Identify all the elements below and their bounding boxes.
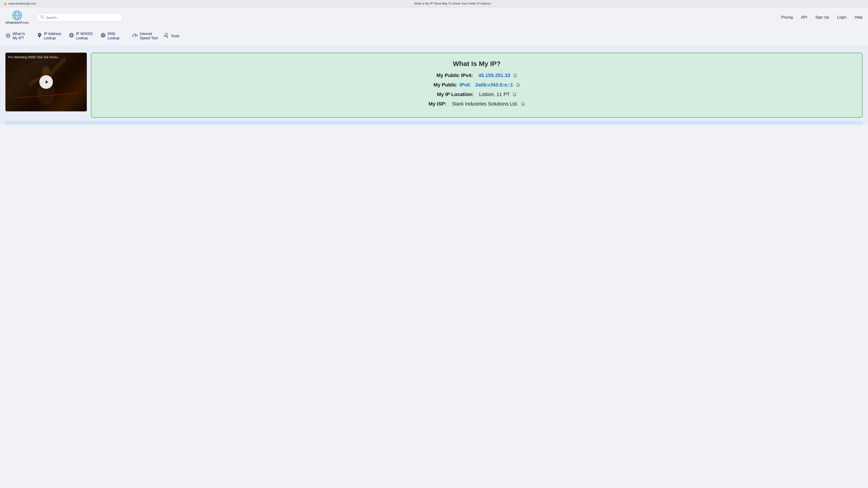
ipv6-value[interactable]: 2a0b:cf43:0:e::1: [475, 82, 513, 88]
ipv4-value[interactable]: 45.159.251.33: [478, 72, 510, 78]
ipv6-copy-icon[interactable]: [516, 83, 520, 88]
search-bar[interactable]: [37, 13, 123, 22]
logo-text: WhatIsMyIP.com: [5, 21, 29, 24]
site-header: WhatIsMyIP.com Pricing API Sign Up Login…: [0, 7, 868, 28]
nav2-internet-speed-test-label: InternetSpeed Test: [140, 32, 158, 40]
bottom-blue-bar: [5, 121, 863, 125]
logo-globe-icon: [12, 10, 22, 20]
speedometer-icon: [132, 33, 138, 39]
location-label: My IP Location:: [437, 92, 473, 97]
nav2-dns-lookup-label: DNSLookup: [107, 32, 120, 40]
nav2-tools[interactable]: Tools: [164, 31, 195, 41]
svg-rect-37: [513, 93, 515, 95]
nav2-ip-address-lookup-label: IP AddressLookup: [44, 32, 61, 40]
svg-line-7: [43, 18, 44, 19]
ipv6-row: My Public IPv6: 2a0b:cf43:0:e::1: [98, 82, 855, 88]
api-nav-item[interactable]: API: [801, 15, 807, 20]
location-pin-icon: [37, 33, 42, 39]
svg-point-10: [39, 34, 40, 35]
ipv4-label: My Public IPv4:: [436, 72, 473, 78]
play-icon: [44, 79, 49, 85]
ip-info-title: What Is My IP?: [98, 60, 855, 68]
signup-nav-item[interactable]: Sign Up: [815, 15, 829, 20]
svg-marker-31: [46, 80, 49, 84]
logo-area[interactable]: WhatIsMyIP.com: [5, 10, 29, 24]
nav2-internet-speed-test[interactable]: InternetSpeed Test: [132, 30, 164, 42]
browser-bar: 🔒 www.whatismyip.com What Is My IP? Best…: [0, 0, 868, 7]
globe-icon: [69, 33, 74, 39]
page-title: What Is My IP? Best Way To Check Your Pu…: [41, 2, 864, 5]
nav2-ip-address-lookup[interactable]: IP AddressLookup: [37, 30, 69, 42]
pricing-nav-item[interactable]: Pricing: [781, 15, 793, 20]
ipv4-row: My Public IPv4: 45.159.251.33: [98, 72, 855, 78]
search-input[interactable]: [46, 15, 119, 20]
url-text: www.whatismyip.com: [8, 2, 36, 5]
ip-info-box: What Is My IP? My Public IPv4: 45.159.25…: [91, 53, 863, 118]
isp-value: Stark Industries Solutions Ltd.: [452, 101, 518, 107]
isp-row: My ISP: Stark Industries Solutions Ltd.: [98, 101, 855, 107]
isp-label: My ISP:: [429, 101, 446, 107]
content-row: Pro Wrestling WWE Star Sid Viciou... Wha…: [5, 53, 863, 118]
home-icon: [5, 33, 11, 39]
svg-line-23: [135, 35, 136, 37]
help-nav-item[interactable]: Help: [855, 15, 863, 20]
lock-icon: 🔒: [4, 2, 7, 5]
video-thumbnail[interactable]: Pro Wrestling WWE Star Sid Viciou...: [5, 53, 87, 111]
dns-globe-icon: DNS: [100, 33, 106, 39]
ipv4-copy-icon[interactable]: [513, 73, 517, 78]
location-copy-icon[interactable]: [513, 92, 517, 97]
nav2-what-is-my-ip-label: What IsMy IP?: [13, 32, 25, 40]
nav2-what-is-my-ip[interactable]: What IsMy IP?: [5, 30, 37, 42]
video-label: Pro Wrestling WWE Star Sid Viciou...: [8, 55, 60, 59]
search-icon: [40, 15, 44, 20]
ipv6-label: My Public: [434, 82, 457, 88]
location-row: My IP Location: Lisbon, 11 PT: [98, 92, 855, 97]
play-button[interactable]: [39, 75, 53, 89]
svg-text:DNS: DNS: [102, 35, 104, 36]
nav2-tools-label: Tools: [171, 34, 179, 38]
ipv6-colon: :: [470, 82, 471, 88]
secondary-nav: What IsMy IP? IP AddressLookup IP WHOISL…: [0, 28, 868, 46]
nav2-dns-lookup[interactable]: DNS DNSLookup: [100, 30, 132, 42]
svg-rect-35: [517, 84, 519, 86]
svg-rect-39: [522, 102, 524, 105]
main-content: Pro Wrestling WWE Star Sid Viciou... Wha…: [0, 46, 868, 125]
tools-wrench-icon: [164, 33, 169, 39]
svg-rect-9: [7, 36, 9, 37]
isp-copy-icon[interactable]: [521, 102, 525, 107]
nav2-ip-whois-lookup[interactable]: IP WHOISLookup: [69, 30, 100, 42]
ipv6-link[interactable]: IPv6: [460, 82, 470, 88]
header-nav: Pricing API Sign Up Login Help: [781, 15, 863, 20]
browser-url: 🔒 www.whatismyip.com: [4, 2, 36, 5]
nav2-ip-whois-lookup-label: IP WHOISLookup: [76, 32, 93, 40]
svg-rect-33: [514, 74, 516, 76]
login-nav-item[interactable]: Login: [837, 15, 846, 20]
location-value: Lisbon, 11 PT: [479, 92, 510, 97]
